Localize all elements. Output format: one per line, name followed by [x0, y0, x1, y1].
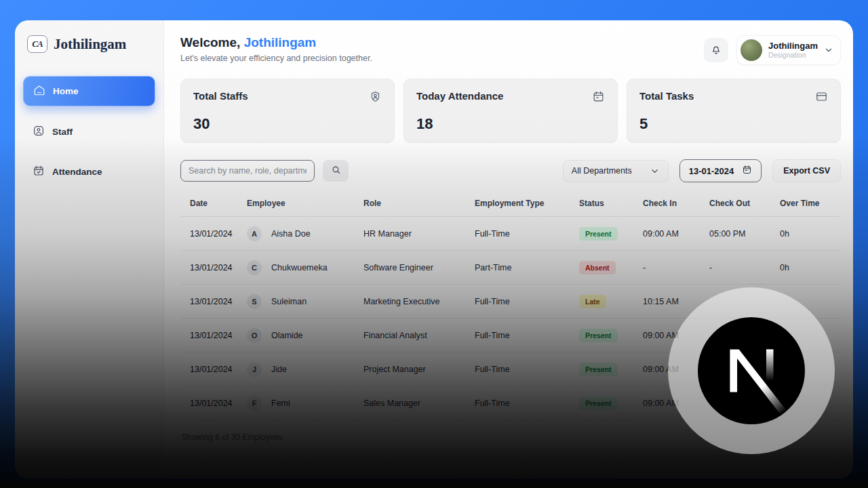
brand-name: Jothilingam: [54, 36, 126, 53]
cell-status: Absent: [579, 261, 643, 274]
welcome-block: Welcome, Jothilingam Let's elevate your …: [180, 35, 372, 63]
stat-card-total-tasks: Total Tasks 5: [627, 79, 841, 143]
column-header-employee: Employee: [247, 199, 363, 208]
home-icon: [33, 84, 45, 98]
cell-check_out: 05:00 PM: [709, 229, 780, 239]
employee-name: Olamide: [271, 331, 303, 340]
employee-name: Jide: [271, 365, 287, 374]
cell-role: Software Engineer: [363, 263, 475, 272]
stat-cards: Total Staffs 30 Today Attendance 18: [180, 79, 841, 143]
profile-text: Jothilingam Designation: [768, 41, 818, 60]
export-csv-button[interactable]: Export CSV: [772, 159, 841, 182]
employee-initial-avatar: S: [247, 294, 262, 309]
cell-employee: JJide: [247, 362, 363, 377]
stat-card-total-staffs: Total Staffs 30: [180, 79, 395, 143]
stat-value: 30: [193, 115, 382, 133]
column-header-date: Date: [190, 199, 247, 208]
cell-type: Full-Time: [475, 331, 579, 340]
cell-date: 13/01/2024: [190, 365, 247, 374]
search-icon: [331, 165, 341, 177]
cell-date: 13/01/2024: [190, 297, 247, 306]
status-badge: Present: [579, 363, 618, 376]
brand: CA Jothilingam: [23, 33, 155, 53]
column-header-over_time: Over Time: [780, 199, 841, 208]
cell-type: Part-Time: [475, 263, 579, 272]
sidebar-item-label: Attendance: [52, 167, 102, 177]
cell-role: Marketing Executive: [363, 297, 475, 306]
sidebar-item-attendance[interactable]: Attendance: [23, 157, 155, 186]
column-header-type: Employment Type: [475, 199, 579, 208]
stat-title: Total Staffs: [193, 90, 248, 102]
cell-employee: AAisha Doe: [247, 226, 363, 241]
cell-date: 13/01/2024: [190, 331, 247, 340]
nextjs-n-icon: [698, 317, 805, 424]
profile-name: Jothilingam: [768, 41, 818, 52]
cell-check_in: 09:00 AM: [643, 229, 709, 239]
sidebar: CA Jothilingam Home Staff Attendance: [15, 20, 164, 479]
stat-value: 18: [416, 115, 605, 133]
department-filter-value: All Departments: [572, 166, 632, 176]
search-button[interactable]: [323, 160, 349, 182]
cell-date: 13/01/2024: [190, 399, 247, 408]
cell-status: Present: [579, 329, 643, 342]
cell-status: Late: [579, 295, 643, 308]
cell-status: Present: [579, 396, 643, 410]
table-header-row: DateEmployeeRoleEmployment TypeStatusChe…: [180, 192, 841, 217]
cell-employee: FFemi: [247, 396, 363, 411]
cell-over_time: 0h: [780, 229, 841, 239]
stat-value: 5: [639, 115, 828, 133]
employee-initial-avatar: A: [247, 226, 262, 241]
table-row[interactable]: 13/01/2024AAisha DoeHR ManagerFull-TimeP…: [180, 217, 841, 251]
cell-date: 13/01/2024: [190, 229, 247, 239]
brand-logo-icon: CA: [27, 35, 47, 53]
cell-check_in: -: [643, 263, 709, 272]
status-badge: Present: [579, 227, 618, 241]
cell-over_time: 0h: [780, 263, 841, 272]
stat-title: Today Attendance: [416, 90, 503, 102]
welcome-username: Jothilingam: [244, 35, 317, 49]
employee-initial-avatar: C: [247, 260, 262, 275]
stat-card-today-attendance: Today Attendance 18: [403, 79, 618, 143]
users-badge-icon: [369, 90, 382, 106]
cell-status: Present: [579, 227, 643, 241]
date-picker-value: 13-01-2024: [689, 166, 734, 176]
page-title: Welcome, Jothilingam: [180, 35, 372, 50]
profile-designation: Designation: [768, 51, 818, 59]
tasks-panel-icon: [815, 90, 828, 106]
employee-initial-avatar: F: [247, 396, 262, 411]
user-icon: [33, 125, 45, 139]
sidebar-nav: Home Staff Attendance: [23, 76, 155, 186]
cell-employee: SSuleiman: [247, 294, 363, 309]
chevron-down-icon: [824, 45, 833, 55]
cell-role: Financial Analyst: [363, 331, 475, 340]
search-input[interactable]: [180, 160, 315, 182]
status-badge: Present: [579, 396, 618, 410]
cell-type: Full-Time: [475, 399, 579, 408]
welcome-subtitle: Let's elevate your efficiency and precis…: [180, 54, 372, 63]
welcome-prefix: Welcome,: [180, 35, 240, 49]
column-header-status: Status: [579, 199, 643, 208]
date-picker[interactable]: 13-01-2024: [679, 159, 762, 182]
sidebar-item-staff[interactable]: Staff: [23, 117, 155, 146]
cell-role: Sales Manager: [363, 399, 475, 408]
cell-role: HR Manager: [363, 229, 475, 239]
cell-employee: OOlamide: [247, 328, 363, 343]
employee-name: Aisha Doe: [271, 229, 311, 239]
table-toolbar: All Departments 13-01-2024 Export CSV: [180, 159, 841, 182]
bottom-black-bar: [0, 481, 868, 488]
notifications-button[interactable]: [704, 38, 728, 62]
cell-check_out: -: [709, 263, 780, 272]
status-badge: Absent: [579, 261, 616, 274]
cell-type: Full-Time: [475, 365, 579, 374]
cell-date: 13/01/2024: [190, 263, 247, 272]
sidebar-item-home[interactable]: Home: [23, 76, 155, 106]
calendar-check-icon: [33, 165, 45, 179]
table-row[interactable]: 13/01/2024CChukwuemekaSoftware EngineerP…: [180, 251, 841, 285]
employee-name: Femi: [271, 399, 290, 408]
column-header-role: Role: [363, 199, 475, 208]
employee-name: Suleiman: [271, 297, 307, 306]
stat-title: Total Tasks: [639, 90, 694, 102]
topbar: Welcome, Jothilingam Let's elevate your …: [180, 35, 841, 65]
department-filter[interactable]: All Departments: [563, 160, 669, 182]
profile-menu[interactable]: Jothilingam Designation: [736, 35, 841, 65]
